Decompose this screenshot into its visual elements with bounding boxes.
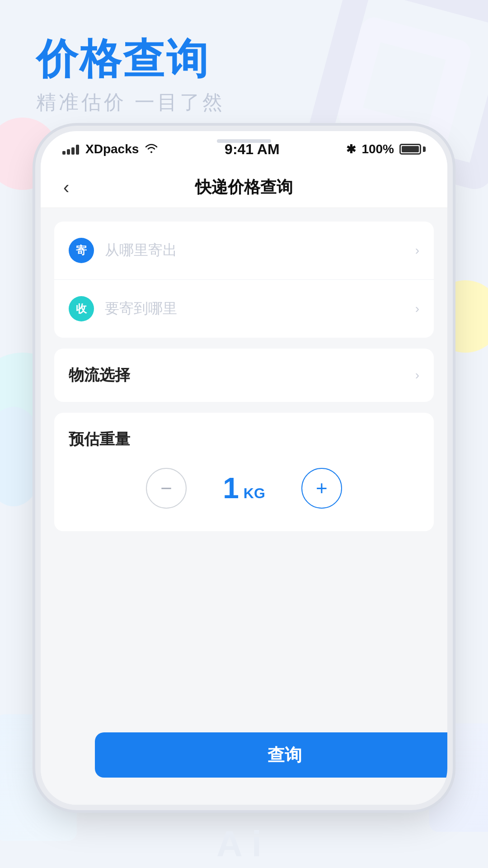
page-title-sub: 精准估价 一目了然 [36, 89, 225, 116]
receive-badge: 收 [69, 296, 94, 321]
weight-label: 预估重量 [69, 429, 419, 450]
content-area: 寄 从哪里寄出 › 收 要寄到哪里 › 物流选择 › 预估重量 [41, 208, 447, 805]
carrier-name: XDpacks [85, 142, 139, 156]
weight-card: 预估重量 − 1 KG + [54, 413, 434, 531]
wifi-icon [145, 142, 158, 156]
nav-title: 快递价格查询 [195, 176, 293, 198]
receive-address-row[interactable]: 收 要寄到哪里 › [54, 280, 434, 338]
weight-unit: KG [244, 485, 265, 502]
receive-chevron-icon: › [415, 302, 419, 316]
send-address-row[interactable]: 寄 从哪里寄出 › [54, 222, 434, 280]
bg-blue-ellipse [0, 407, 45, 506]
page-title-main: 价格查询 [36, 36, 225, 82]
signal-bar-3 [71, 147, 75, 155]
bluetooth-icon: ✱ [346, 142, 356, 156]
status-left: XDpacks [62, 142, 158, 156]
decrease-weight-button[interactable]: − [146, 468, 187, 509]
send-address-placeholder: 从哪里寄出 [105, 241, 404, 260]
logistics-card[interactable]: 物流选择 › [54, 349, 434, 402]
signal-bar-4 [76, 145, 79, 155]
signal-bars [62, 144, 79, 155]
weight-control: − 1 KG + [69, 468, 419, 509]
query-button-label: 查询 [267, 744, 302, 767]
phone-speaker [217, 139, 271, 143]
battery-fill [402, 146, 419, 152]
battery-icon [399, 144, 426, 155]
minus-icon: − [160, 477, 172, 500]
status-right: ✱ 100% [346, 142, 426, 156]
status-bar: XDpacks 9:41 AM ✱ 100% [41, 131, 447, 167]
signal-bar-2 [67, 149, 70, 155]
phone-mockup: XDpacks 9:41 AM ✱ 100% ‹ 快递价格查询 [41, 131, 447, 805]
plus-icon: + [316, 477, 328, 500]
send-chevron-icon: › [415, 243, 419, 258]
query-button[interactable]: 查询 [95, 732, 447, 778]
logistics-label: 物流选择 [69, 365, 130, 386]
receive-address-placeholder: 要寄到哪里 [105, 299, 404, 319]
back-button[interactable]: ‹ [59, 173, 74, 202]
weight-value: 1 [223, 472, 239, 505]
nav-bar: ‹ 快递价格查询 [41, 167, 447, 208]
battery-percent: 100% [361, 142, 394, 156]
address-card: 寄 从哪里寄出 › 收 要寄到哪里 › [54, 222, 434, 338]
page-header: 价格查询 精准估价 一目了然 [36, 36, 225, 116]
weight-display: 1 KG [223, 472, 265, 505]
bottom-ai-watermark: Ai [75, 820, 412, 868]
signal-bar-1 [62, 151, 66, 155]
battery-body [399, 144, 421, 155]
send-badge: 寄 [69, 238, 94, 263]
logistics-chevron-icon: › [415, 368, 419, 382]
battery-tip [423, 146, 426, 152]
status-time: 9:41 AM [225, 141, 280, 158]
increase-weight-button[interactable]: + [301, 468, 342, 509]
query-btn-container: 查询 [95, 732, 447, 778]
